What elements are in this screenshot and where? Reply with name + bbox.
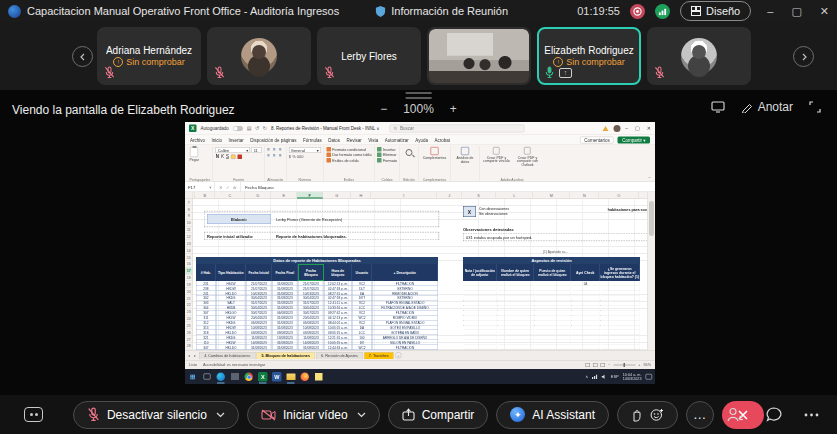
expand-icon xyxy=(809,101,821,113)
window-titlebar: Capacitacion Manual Operativo Front Offi… xyxy=(0,0,837,22)
check-option-1: Con observaciones xyxy=(479,207,509,211)
table-header-cell: Hora de bloqueo xyxy=(324,264,352,281)
excel-ribbon: Pegar Portapapeles Calibri▾11 NKS Fuente… xyxy=(185,145,655,182)
participant-tile[interactable]: Elizabeth Rodriguez Sin comprobar ↑ xyxy=(537,27,641,85)
start-video-button[interactable]: Iniciar vídeo xyxy=(247,401,380,429)
strip-next-button[interactable] xyxy=(793,46,814,67)
ellipsis-icon: … xyxy=(693,407,707,422)
drag-handle[interactable] xyxy=(405,92,431,99)
row-header: 9 xyxy=(185,213,193,220)
addins-icon xyxy=(430,147,438,155)
reactions-button[interactable] xyxy=(617,401,678,429)
pdf-icon xyxy=(493,147,500,155)
row-header: 21 xyxy=(185,295,193,302)
tab-nav-icons: ◂ ▸ xyxy=(188,353,198,358)
share-button[interactable]: Compartir xyxy=(388,401,489,429)
menu-item: Vista xyxy=(368,137,378,142)
name-box: F17 xyxy=(188,184,195,189)
save-icon: ▤ xyxy=(247,126,252,132)
unmute-button[interactable]: Desactivar silencio xyxy=(73,401,239,429)
row-header: 12 xyxy=(185,233,193,240)
search-icon xyxy=(394,126,398,130)
shared-excel-screen: X Autoguardado ▤↺↻ 8. Reportes de Revisi… xyxy=(185,122,655,384)
right-note: habitaciones para soc xyxy=(608,207,647,212)
participant-tile[interactable]: Adriana Hernández Sin comprobar ↑ xyxy=(97,27,201,85)
excel-window-controls: –▢✕ xyxy=(625,126,651,132)
avatar xyxy=(681,38,717,74)
zoom-out-button[interactable]: − xyxy=(380,102,387,116)
table-body: 231HSLW21/07/202331/08/202321/07/202312:… xyxy=(196,281,438,350)
check-cell: X xyxy=(463,206,476,217)
maximize-button[interactable]: ▢ xyxy=(791,5,801,18)
menu-item: Disposición de páginas xyxy=(250,137,296,142)
participant-status-badge: Sin comprobar xyxy=(113,57,185,67)
viewing-label: Viendo la pantalla de Elizabeth Rodrigue… xyxy=(12,103,235,117)
review-header-row: Nota / justificación de adjuntoNombre de… xyxy=(463,264,640,281)
fullscreen-button[interactable] xyxy=(809,101,821,113)
review-title: Aspectos de revisión xyxy=(463,257,640,264)
zoom-in-button[interactable]: + xyxy=(450,102,457,116)
participant-name: Lerby Flores xyxy=(341,51,397,62)
more-options-button[interactable]: … xyxy=(686,401,714,429)
warning-icon xyxy=(602,126,608,131)
close-button[interactable]: ✕ xyxy=(820,5,829,18)
ribbon-group-font: Calibri▾11 NKS Fuente xyxy=(213,146,265,182)
layout-grid-icon xyxy=(691,6,701,16)
menu-item: Archivo xyxy=(190,137,205,142)
ai-assistant-button[interactable]: ✦ AI Assistant xyxy=(496,401,609,429)
pdf-icon xyxy=(524,147,531,155)
zoom-level[interactable]: 100% xyxy=(403,102,434,116)
view-options-button[interactable] xyxy=(711,101,725,113)
minimize-button[interactable]: – xyxy=(767,5,773,17)
participants-panel-button[interactable] xyxy=(727,407,744,422)
strip-prev-button[interactable] xyxy=(72,46,93,67)
layout-button[interactable]: Diseño xyxy=(680,1,751,21)
table-header-cell: Fecha Final xyxy=(272,264,298,281)
ribbon-group-number: General▾ $ % 000 Número xyxy=(286,146,324,182)
spreadsheet: ABCDEFGHIJKLMNO 789101112131415161718192… xyxy=(185,192,655,350)
menu-item: Datos xyxy=(328,137,340,142)
row-header: 26 xyxy=(185,329,193,336)
captions-button[interactable] xyxy=(24,407,43,422)
ribbon-group-align: ≡ ≡ ≡≡ ≡ ≡ Alineación xyxy=(265,146,287,182)
more-panels-button[interactable] xyxy=(804,413,819,417)
mic-muted-icon xyxy=(324,66,335,79)
chat-panel-button[interactable] xyxy=(766,407,782,422)
table-cell: 12:44:53 a. m. xyxy=(324,345,352,350)
chat-icon xyxy=(766,407,782,422)
column-header: F xyxy=(297,192,323,199)
observations-label: Observaciones detectadas xyxy=(463,227,514,232)
participant-tile[interactable]: ↑ xyxy=(207,27,311,85)
column-header: G xyxy=(323,192,351,199)
mic-muted-icon xyxy=(654,66,665,79)
account-avatar xyxy=(613,125,620,132)
menu-item: Ayuda xyxy=(415,137,428,142)
participants-icon xyxy=(727,407,744,422)
menu-item: Automatizar xyxy=(385,137,409,142)
column-header: O xyxy=(599,192,639,199)
table-cell: FILTRACION xyxy=(372,345,438,350)
column-header: N xyxy=(570,192,599,199)
observations-value: 031 estaba ocupada por un huésped. xyxy=(466,235,532,240)
ribbon-group-styles: Formato condicionalDar formato como tabl… xyxy=(324,146,375,182)
recording-indicator-icon xyxy=(630,4,645,19)
webex-logo-icon xyxy=(8,5,21,18)
clock: 10:04 a. m. 14/03/2023 xyxy=(623,372,642,381)
annotate-button[interactable]: Anotar xyxy=(741,100,793,114)
table-header-cell: # Hab. xyxy=(196,264,216,281)
table-header-cell: + Descripción xyxy=(372,264,438,281)
zoom-control: − 100% + xyxy=(380,92,457,116)
vertical-scrollbar xyxy=(647,192,655,350)
mic-live-icon xyxy=(544,66,555,79)
table-cell: 31/08/2023 xyxy=(246,345,272,350)
participant-tile[interactable]: ↑ xyxy=(647,27,751,85)
column-header: C xyxy=(215,192,245,199)
participant-tile[interactable]: Lerby Flores ↑ xyxy=(317,27,421,85)
ribbon-group-addins: Complementos Complementos xyxy=(418,146,451,182)
participant-tile[interactable]: ↑ xyxy=(427,27,531,85)
meeting-info-button[interactable]: Información de Reunión xyxy=(375,5,508,18)
column-header: M xyxy=(533,192,570,199)
shared-screen-stage: Viendo la pantalla de Elizabeth Rodrigue… xyxy=(0,90,837,395)
excel-share-button: Compartir ▾ xyxy=(618,136,650,143)
elaboro-value: Lerby Flores (Gerente de Recepción) xyxy=(276,218,342,223)
